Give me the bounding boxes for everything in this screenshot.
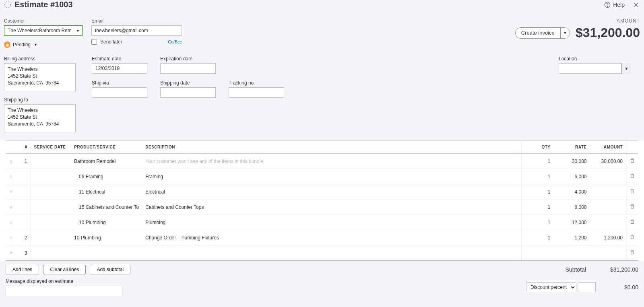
service-date-cell[interactable] <box>31 215 71 230</box>
delete-row-icon[interactable] <box>626 230 639 245</box>
discount-type-select[interactable]: Discount percent <box>526 282 576 292</box>
amount-cell[interactable] <box>590 215 626 230</box>
table-row[interactable]: ⠿11 ElectricalElectrical14,000 <box>6 184 638 200</box>
chevron-down-icon: ▼ <box>34 43 37 47</box>
description-cell[interactable]: Change Order - Plumbing Fixtures <box>142 230 521 245</box>
help-button[interactable]: Help <box>604 2 625 8</box>
amount-value: $31,200.00 <box>576 25 640 40</box>
email-label: Email <box>91 18 182 24</box>
billing-address-input[interactable]: The Wheelers 1452 State St Sacramento, C… <box>4 63 76 91</box>
description-cell[interactable]: Cabinets and Counter Tops <box>142 200 521 215</box>
amount-cell[interactable]: 1,200.00 <box>590 230 626 245</box>
shipping-date-label: Shipping date <box>160 80 216 86</box>
delete-row-icon[interactable] <box>626 245 639 261</box>
table-row[interactable]: ⠿10 PlumbingPlumbing112,000 <box>6 215 638 230</box>
service-date-cell[interactable] <box>31 230 71 245</box>
description-cell[interactable]: Framing <box>142 169 521 184</box>
table-row[interactable]: ⠿06 FramingFraming16,000 <box>6 169 638 184</box>
service-date-cell[interactable] <box>31 154 71 169</box>
create-invoice-button[interactable]: Create invoice ▼ <box>515 27 570 39</box>
rate-cell[interactable]: 12,000 <box>554 215 590 230</box>
shipping-to-label: Shipping to <box>4 97 76 103</box>
amount-cell[interactable] <box>590 184 626 200</box>
amount-cell[interactable]: 30,000.00 <box>590 154 626 169</box>
rate-cell[interactable]: 6,000 <box>554 169 590 184</box>
qty-cell[interactable]: 1 <box>522 184 554 200</box>
qty-cell[interactable] <box>522 245 554 261</box>
table-row[interactable]: ⠿210 PlumbingChange Order - Plumbing Fix… <box>6 230 638 245</box>
product-cell[interactable]: Bathroom Remodel <box>71 154 142 169</box>
service-date-cell[interactable] <box>31 184 71 200</box>
message-input[interactable] <box>6 286 122 296</box>
rate-cell[interactable] <box>554 245 590 261</box>
delete-row-icon[interactable] <box>626 215 639 230</box>
drag-handle-icon[interactable]: ⠿ <box>6 184 16 200</box>
add-subtotal-button[interactable]: Add subtotal <box>90 265 130 274</box>
description-cell[interactable] <box>142 245 521 261</box>
qty-cell[interactable]: 1 <box>522 200 554 215</box>
amount-cell[interactable] <box>590 200 626 215</box>
discount-value: $0.00 <box>598 284 638 291</box>
delete-row-icon[interactable] <box>626 154 639 169</box>
chevron-down-icon[interactable]: ▼ <box>73 25 83 36</box>
product-cell[interactable]: 06 Framing <box>71 169 142 184</box>
rate-cell[interactable]: 4,000 <box>554 184 590 200</box>
pending-icon: ◉ <box>4 41 10 48</box>
amount-cell[interactable] <box>590 169 626 184</box>
qty-cell[interactable]: 1 <box>522 154 554 169</box>
chevron-down-icon[interactable]: ▼ <box>621 63 631 74</box>
amount-cell[interactable] <box>590 245 626 261</box>
product-cell[interactable]: 10 Plumbing <box>71 215 142 230</box>
subtotal-value: $31,200.00 <box>610 266 638 273</box>
ship-via-input[interactable] <box>92 87 147 98</box>
col-description: DESCRIPTION <box>142 141 521 154</box>
drag-handle-icon[interactable]: ⠿ <box>6 169 16 184</box>
shipping-to-input[interactable]: The Wheelers 1452 State St Sacramento, C… <box>4 104 76 132</box>
estimate-icon <box>4 1 11 8</box>
delete-row-icon[interactable] <box>626 200 639 215</box>
drag-handle-icon[interactable]: ⠿ <box>6 215 16 230</box>
email-input[interactable] <box>91 25 182 36</box>
description-cell[interactable]: Electrical <box>142 184 521 200</box>
qty-cell[interactable]: 1 <box>522 230 554 245</box>
estimate-date-input[interactable] <box>92 63 147 74</box>
product-cell[interactable] <box>71 245 142 261</box>
close-icon[interactable] <box>632 1 640 9</box>
description-cell[interactable]: Plumbing <box>142 215 521 230</box>
delete-row-icon[interactable] <box>626 169 639 184</box>
table-row[interactable]: ⠿3 <box>6 245 638 261</box>
message-label: Message displayed on estimate <box>6 278 122 284</box>
drag-handle-icon[interactable]: ⠿ <box>6 230 16 245</box>
service-date-cell[interactable] <box>31 245 71 261</box>
qty-cell[interactable]: 1 <box>522 215 554 230</box>
drag-handle-icon[interactable]: ⠿ <box>6 200 16 215</box>
rate-cell[interactable]: 8,000 <box>554 200 590 215</box>
tracking-no-input[interactable] <box>229 87 284 98</box>
product-cell[interactable]: 10 Plumbing <box>71 230 142 245</box>
customer-select[interactable] <box>4 25 83 36</box>
delete-row-icon[interactable] <box>626 184 639 200</box>
add-lines-button[interactable]: Add lines <box>6 265 39 274</box>
rate-cell[interactable]: 1,200 <box>554 230 590 245</box>
clear-all-lines-button[interactable]: Clear all lines <box>43 265 86 274</box>
discount-input[interactable] <box>579 282 596 292</box>
drag-handle-icon[interactable]: ⠿ <box>6 245 16 261</box>
table-row[interactable]: ⠿15 Cabinets and Counter ToCabinets and … <box>6 200 638 215</box>
description-cell[interactable]: Your customer won't see any of the items… <box>142 154 521 169</box>
status-dropdown[interactable]: ◉ Pending ▼ <box>4 41 37 48</box>
product-cell[interactable]: 15 Cabinets and Counter To <box>71 200 142 215</box>
drag-handle-icon[interactable]: ⠿ <box>6 154 16 169</box>
chevron-down-icon[interactable]: ▼ <box>560 27 570 39</box>
service-date-cell[interactable] <box>31 169 71 184</box>
qty-cell[interactable]: 1 <box>522 169 554 184</box>
shipping-date-input[interactable] <box>160 87 216 98</box>
send-later-checkbox[interactable]: Send later <box>91 39 122 45</box>
service-date-cell[interactable] <box>31 200 71 215</box>
expiration-date-input[interactable] <box>160 63 216 74</box>
cc-bcc-link[interactable]: Cc/Bcc <box>168 39 182 44</box>
location-select[interactable] <box>559 63 631 74</box>
estimate-date-label: Estimate date <box>92 56 147 62</box>
rate-cell[interactable]: 30,000 <box>554 154 590 169</box>
table-row[interactable]: ⠿1Bathroom RemodelYour customer won't se… <box>6 154 638 169</box>
product-cell[interactable]: 11 Electrical <box>71 184 142 200</box>
